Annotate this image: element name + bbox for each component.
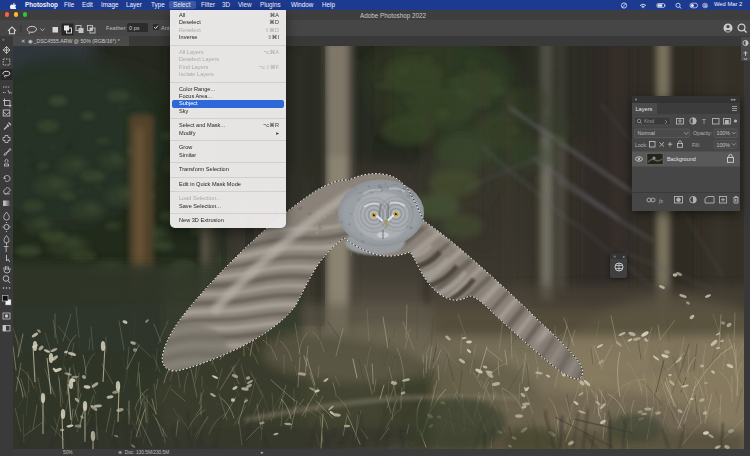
svg-text:Fill:: Fill: xyxy=(692,142,700,148)
svg-text:T: T xyxy=(702,118,706,125)
svg-text:fx: fx xyxy=(659,198,664,204)
svg-text:Opacity:: Opacity: xyxy=(693,130,712,136)
svg-text:100%: 100% xyxy=(717,130,731,136)
svg-text:Kind: Kind xyxy=(644,118,654,124)
svg-text:Normal: Normal xyxy=(638,130,655,136)
svg-text:»: » xyxy=(2,37,5,42)
svg-text:T: T xyxy=(4,244,9,254)
svg-text:Layers: Layers xyxy=(636,106,653,112)
svg-text:Background: Background xyxy=(667,156,696,162)
svg-text:▸▸: ▸▸ xyxy=(731,96,737,102)
svg-text:Lock:: Lock: xyxy=(635,142,647,148)
svg-text:100%: 100% xyxy=(717,142,731,148)
